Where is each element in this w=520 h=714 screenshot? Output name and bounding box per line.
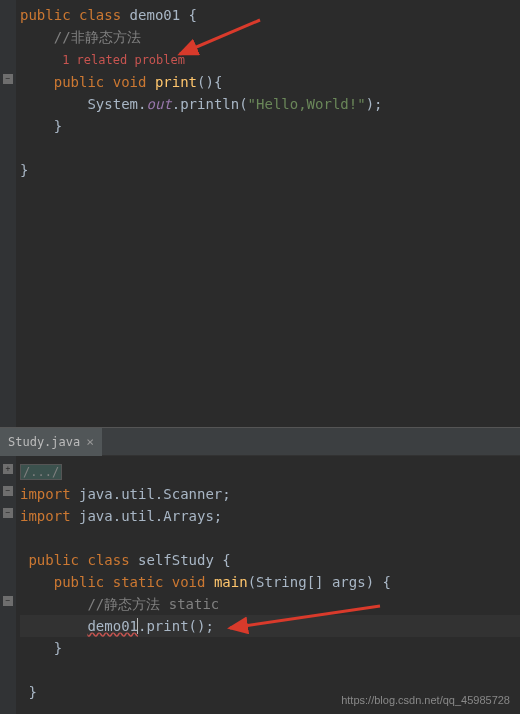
code-line: import java.util.Arrays; bbox=[20, 505, 520, 527]
top-editor-pane: − public class demo01 { //非静态方法 1 relate… bbox=[0, 0, 520, 428]
code-line: } bbox=[20, 637, 520, 659]
code-line-current: demo01.print(); bbox=[20, 615, 520, 637]
tab-label: Study.java bbox=[8, 435, 80, 449]
code-area-top[interactable]: public class demo01 { //非静态方法 1 related … bbox=[0, 0, 520, 185]
code-line: import java.util.Scanner; bbox=[20, 483, 520, 505]
problem-hint[interactable]: 1 related problem bbox=[20, 48, 520, 71]
code-line: //非静态方法 bbox=[20, 26, 520, 48]
bottom-editor-pane: Study.java × + − − − /.../ import java.u… bbox=[0, 428, 520, 714]
file-tab[interactable]: Study.java × bbox=[0, 428, 102, 456]
code-line: //静态方法 static bbox=[20, 593, 520, 615]
close-icon[interactable]: × bbox=[86, 434, 94, 449]
code-line: public class selfStudy { bbox=[20, 549, 520, 571]
code-line: } bbox=[20, 159, 520, 181]
tab-bar: Study.java × bbox=[0, 428, 520, 456]
code-line: public void print(){ bbox=[20, 71, 520, 93]
code-line: } bbox=[20, 115, 520, 137]
code-line bbox=[20, 659, 520, 681]
code-line: public class demo01 { bbox=[20, 4, 520, 26]
folded-region[interactable]: /.../ bbox=[20, 460, 520, 483]
code-line bbox=[20, 137, 520, 159]
code-line: public static void main(String[] args) { bbox=[20, 571, 520, 593]
code-line bbox=[20, 527, 520, 549]
watermark: https://blog.csdn.net/qq_45985728 bbox=[341, 694, 510, 706]
code-line: System.out.println("Hello,World!"); bbox=[20, 93, 520, 115]
code-area-bottom[interactable]: /.../ import java.util.Scanner; import j… bbox=[0, 456, 520, 707]
